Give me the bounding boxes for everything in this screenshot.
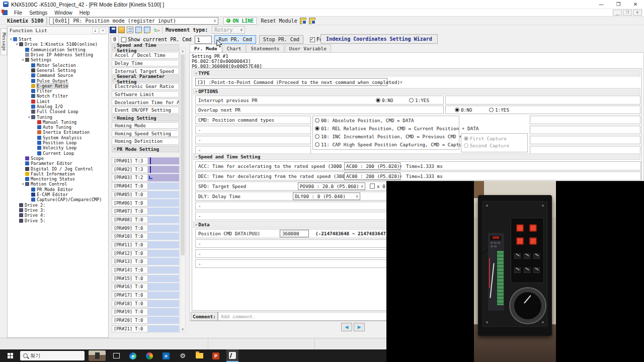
menu-file[interactable]: File xyxy=(11,9,26,17)
setting-button-event-on-off-setting[interactable]: Event ON/OFF Setting xyxy=(112,107,179,114)
tree-item-drive-4[interactable]: Drive 4: xyxy=(8,213,108,218)
spd-dropdown[interactable]: POV00 : 20.0 (P5.060) ∨ xyxy=(298,183,365,190)
tree-item-current-loop[interactable]: Current Loop xyxy=(8,151,108,156)
tree-item-position-loop[interactable]: Position Loop xyxy=(8,140,108,145)
tree-item-full-closed-loop[interactable]: Full Closed Loop xyxy=(8,109,108,114)
pr-row-pr-17-t-0[interactable]: [PR#17] T:0 xyxy=(112,292,179,299)
expander-icon[interactable]: ∨ xyxy=(21,58,25,62)
tree-item-pr-mode-editor[interactable]: PR Mode Editor xyxy=(8,187,108,192)
tree-item-system-analysis[interactable]: System Analysis xyxy=(8,135,108,140)
expander-icon[interactable]: ∨ xyxy=(27,115,31,119)
tree-item-communication-setting[interactable]: Communication Setting xyxy=(8,47,108,52)
tree-item-digital-io-jog-control[interactable]: Digital IO / Jog Control xyxy=(8,166,108,171)
acc-dropdown[interactable]: AC00 : 200 (P5.020) ∨ xyxy=(344,162,400,170)
child-restore-button[interactable]: ❐ xyxy=(623,10,632,16)
tree-item-scope[interactable]: Scope xyxy=(8,156,108,161)
tree-item-notch-filter[interactable]: Notch Filter xyxy=(8,94,108,99)
stop-pr-cmd-button[interactable]: Stop PR. Cmd xyxy=(259,35,303,44)
menu-window[interactable]: Window xyxy=(51,9,76,17)
dly-dropdown[interactable]: DLY00 : 0 (P5.040) ∨ xyxy=(293,193,360,200)
tree-item-pulse-output[interactable]: Pulse Output xyxy=(8,78,108,83)
tree-item-inertia-estimation[interactable]: Inertia Estimation xyxy=(8,130,108,135)
tree-item-auto-tuning[interactable]: Auto Tuning xyxy=(8,125,108,130)
tree-item-drive-ip-address-setting[interactable]: Drive IP Address Setting xyxy=(8,52,108,57)
taskbar-search[interactable]: 찾기 xyxy=(20,351,85,360)
interrupt-yes-radio[interactable]: 1:YES xyxy=(409,98,429,103)
pr-row-pr-04-t-0[interactable]: [PR#04] T:0 xyxy=(112,183,179,190)
tree-item-motion-control[interactable]: ∨Motion Control xyxy=(8,182,108,187)
tree-item-start[interactable]: ∨Start xyxy=(8,37,108,42)
speed-section-header[interactable]: » Speed and Time Setting xyxy=(193,153,640,160)
tree-item-e-cam-editor[interactable]: E-CAM Editor xyxy=(8,192,108,197)
child-close-button[interactable]: ✕ xyxy=(633,10,642,16)
tab-statements[interactable]: Statements xyxy=(246,44,284,52)
tree-item-analog-i-o[interactable]: Analog I/O xyxy=(8,104,108,109)
options-section-header[interactable]: » OPTIONS xyxy=(193,88,640,95)
expander-icon[interactable]: ∨ xyxy=(15,42,19,46)
setting-button-electronic-gear-ratio[interactable]: Electronic Gear Ratio xyxy=(112,83,179,90)
tree-item-fault-information[interactable]: Fault Information xyxy=(8,171,108,176)
tree-item-limit[interactable]: Limit xyxy=(8,99,108,104)
setting-button-deceleartion-time-for-a[interactable]: Deceleartion Time for A... xyxy=(112,99,179,106)
message-tab[interactable]: Message xyxy=(1,28,7,55)
knx-app-button[interactable] xyxy=(226,349,238,362)
pr-row-pr-15-t-0[interactable]: [PR#15] T:0 xyxy=(112,275,179,282)
download-params-icon[interactable] xyxy=(309,18,315,24)
pr-row-pr-09-t-0[interactable]: [PR#09] T:0 xyxy=(112,225,179,232)
document-icon[interactable] xyxy=(127,27,133,33)
cmd-option-11[interactable]: 11: CAP High Speed Position Capturing, C… xyxy=(315,142,459,147)
restore-button[interactable]: ❐ xyxy=(610,0,627,9)
panel-close-icon[interactable]: ✕ xyxy=(100,28,106,34)
reset-module-button[interactable]: Reset Module xyxy=(261,18,297,24)
pin-icon[interactable]: ⊥ xyxy=(92,28,99,34)
middle-scrollbar[interactable]: ∧ ∨ xyxy=(180,48,186,332)
setting-button-software-limit[interactable]: Software Limit xyxy=(112,91,179,98)
pr-row-pr-06-t-0[interactable]: [PR#06] T:0 xyxy=(112,199,179,206)
tree-item-parameter-editor[interactable]: Parameter Editor xyxy=(8,161,108,166)
indexing-wizard-button[interactable]: Indexing Coordinates Setting Wizard xyxy=(320,34,438,44)
type-dropdown[interactable]: [3] :Point-to-Point Command (Proceed to … xyxy=(195,78,387,86)
menu-help[interactable]: Help xyxy=(76,9,94,17)
pr-row-pr-08-t-0[interactable]: [PR#08] T:0 xyxy=(112,216,179,223)
save-icon[interactable] xyxy=(110,27,116,33)
tree-item-e-gear-ratio[interactable]: E-gear Ratio xyxy=(8,83,108,88)
spd-scale-checkbox[interactable] xyxy=(370,184,375,189)
close-button[interactable]: ✕ xyxy=(627,0,644,9)
file-explorer-button[interactable] xyxy=(193,349,205,362)
pr-row-pr-13-t-0[interactable]: [PR#13] T:0 xyxy=(112,258,179,265)
dec-dropdown[interactable]: AC00 : 200 (P5.020) ∨ xyxy=(344,172,400,180)
overlap-yes-radio[interactable]: 1:YES xyxy=(489,107,509,113)
setting-button-delay-time[interactable]: Delay Time xyxy=(112,60,179,67)
desktop-peek-thumbnail[interactable] xyxy=(89,350,106,361)
tree-item-drive-1-kinetix-5100-online[interactable]: ∨Drive 1:Kinetix 5100(online) xyxy=(8,42,108,47)
settings-button[interactable]: ⚙ xyxy=(177,349,189,362)
next-pr-button[interactable]: ▶ xyxy=(354,323,365,331)
type-section-header[interactable]: » TYPE xyxy=(193,70,640,76)
tree-item-settings[interactable]: ∨Settings xyxy=(8,57,108,62)
pr-row-pr-05-t-0[interactable]: [PR#05] T:0 xyxy=(112,191,179,198)
prev-pr-button[interactable]: ◀ xyxy=(341,323,352,331)
task-view-button[interactable] xyxy=(110,349,122,362)
tree-item-capture-cap-compare-cmp[interactable]: Capture(CAP)/Compare(CMP) xyxy=(8,197,108,202)
tree-item-motor-selection[interactable]: Motor Selection xyxy=(8,62,108,67)
tree-item-monitoring-status[interactable]: Monitoring Status xyxy=(8,176,108,182)
outlook-button[interactable]: o xyxy=(160,349,172,362)
tree-item-drive-3[interactable]: Drive 3: xyxy=(8,208,108,213)
pr-row-pr-21-t-0[interactable]: [PR#21] T:0 xyxy=(112,325,179,332)
import-table-icon[interactable] xyxy=(135,27,142,33)
scroll-up-icon[interactable]: ∧ xyxy=(180,48,185,54)
tree-item-filter[interactable]: Filter xyxy=(8,88,108,94)
cmd-option-01[interactable]: 01: REL Relative Position, CMD = Current… xyxy=(315,126,459,131)
setting-button-homing-definition[interactable]: Homing Definition xyxy=(112,138,179,145)
tree-item-tuning[interactable]: ∨Tuning xyxy=(8,114,108,119)
child-window-icon[interactable] xyxy=(3,10,8,15)
tree-item-velocity-loop[interactable]: Velocity Loop xyxy=(8,145,108,150)
tree-item-manual-tuning[interactable]: Manual Tuning xyxy=(8,120,108,125)
setting-button-homing-mode[interactable]: Homing Mode xyxy=(112,122,179,129)
start-button[interactable] xyxy=(0,349,20,362)
tab-chart[interactable]: Chart xyxy=(222,44,246,52)
pr-row-pr-11-t-0[interactable]: [PR#11] T:0 xyxy=(112,241,179,248)
tree-item-drive-5[interactable]: Drive 5: xyxy=(8,218,108,223)
control-mode-dropdown[interactable]: [0x01] PR: Position mode (register input… xyxy=(49,17,218,25)
scroll-down-icon[interactable]: ∨ xyxy=(180,326,185,332)
